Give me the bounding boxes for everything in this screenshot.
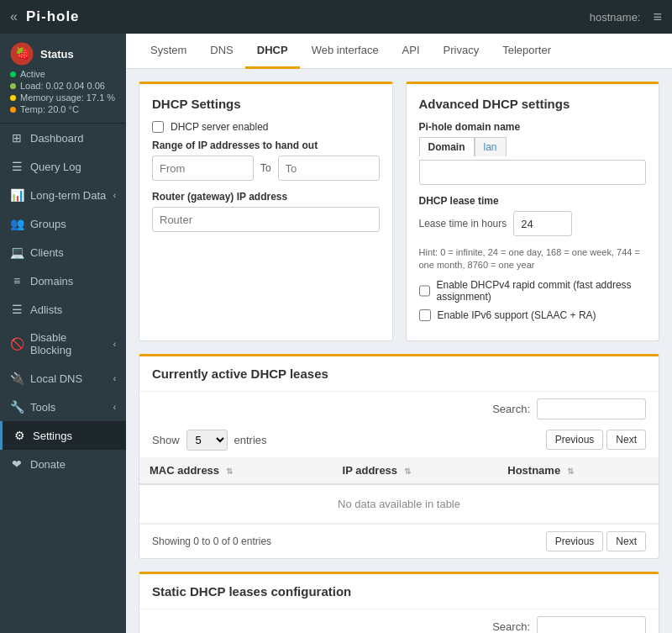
lease-time-input[interactable]: 24 [513,211,572,236]
router-label: Router (gateway) IP address [152,191,380,203]
active-leases-title: Currently active DHCP leases [139,356,659,392]
ipv6-support-row: Enable IPv6 support (SLAAC + RA) [419,309,647,321]
tab-privacy[interactable]: Privacy [432,34,491,69]
ipv6-support-checkbox[interactable] [419,309,431,321]
active-prev-button[interactable]: Previous [546,430,604,450]
ip-range-group: Range of IP addresses to hand out To [152,140,380,181]
ip-range-label: Range of IP addresses to hand out [152,140,380,151]
lease-time-label: DHCP lease time [419,195,647,207]
sidebar-item-dashboard[interactable]: ⊞ Dashboard [0,124,126,152]
active-next-button-2[interactable]: Next [606,531,646,551]
ipv6-support-label: Enable IPv6 support (SLAAC + RA) [438,309,596,321]
to-input[interactable] [278,156,380,181]
long-term-data-icon: 📊 [10,188,24,202]
local-dns-arrow: ‹ [113,374,116,383]
top-navbar: « Pi-hole hostname: ≡ [0,0,672,34]
raspberry-icon: 🍓 [10,42,34,66]
mac-sort-icon: ⇅ [226,467,233,476]
sidebar-item-query-log[interactable]: ☰ Query Log [0,152,126,181]
advanced-dhcp-box: Advanced DHCP settings Pi-hole domain na… [406,82,660,341]
donate-icon: ❤ [10,457,24,471]
static-leases-section: Static DHCP leases configuration Search:… [139,572,659,633]
hamburger-icon[interactable]: ≡ [653,8,662,26]
active-col-ip[interactable]: IP address ⇅ [333,457,498,484]
top-settings-row: DHCP Settings DHCP server enabled Range … [139,82,659,341]
active-next-button[interactable]: Next [606,430,646,450]
lease-time-sublabel: Lease time in hours [419,218,507,229]
page-content: DHCP Settings DHCP server enabled Range … [126,69,672,633]
hostname-sort-icon: ⇅ [567,467,574,476]
active-no-data-row: No data available in table [139,484,659,524]
sidebar-item-local-dns[interactable]: 🔌 Local DNS ‹ [0,364,126,393]
sidebar-nav: ⊞ Dashboard ☰ Query Log 📊 Long-term Data… [0,124,126,478]
ip-sort-icon: ⇅ [404,467,411,476]
status-active: Active [10,69,116,79]
sidebar-item-long-term-data[interactable]: 📊 Long-term Data ‹ [0,181,126,209]
router-input[interactable] [152,207,380,232]
active-leases-table: MAC address ⇅ IP address ⇅ Hostname ⇅ [139,457,659,524]
clients-icon: 💻 [10,245,24,259]
active-entries-label: entries [234,434,267,446]
sidebar: 🍓 Status Active Load: 0.02 0.04 0.06 Mem… [0,34,126,633]
status-temp: Temp: 20.0 °C [10,104,116,114]
sidebar-status: 🍓 Status Active Load: 0.02 0.04 0.06 Mem… [0,34,126,124]
active-leases-footer: Showing 0 to 0 of 0 entries Previous Nex… [139,524,659,558]
active-leases-search-label: Search: [492,403,530,415]
server-enabled-checkbox[interactable] [152,121,164,133]
collapse-icon[interactable]: « [10,9,18,24]
dhcpv4-rapid-commit-label: Enable DHCPv4 rapid commit (fast address… [437,279,647,303]
active-leases-search-input[interactable] [537,398,646,419]
tab-web-interface[interactable]: Web interface [300,34,391,69]
tools-arrow: ‹ [113,403,116,412]
status-title: Status [40,48,74,61]
ip-range-inputs: To [152,156,380,181]
dhcp-settings-box: DHCP Settings DHCP server enabled Range … [139,82,393,341]
sidebar-item-domains[interactable]: ≡ Domains [0,266,126,295]
dhcpv4-rapid-commit-row: Enable DHCPv4 rapid commit (fast address… [419,279,647,303]
router-group: Router (gateway) IP address [152,191,380,232]
domain-name-group: Pi-hole domain name Domain lan [419,121,647,185]
tab-system[interactable]: System [139,34,198,69]
settings-icon: ⚙ [13,429,26,442]
dhcpv4-rapid-commit-checkbox[interactable] [419,285,430,297]
sidebar-item-disable-blocking[interactable]: 🚫 Disable Blocking ‹ [0,324,126,364]
active-prev-button-2[interactable]: Previous [546,531,604,551]
disable-blocking-arrow: ‹ [113,340,116,349]
sidebar-item-clients[interactable]: 💻 Clients [0,238,126,266]
server-enabled-row: DHCP server enabled [152,121,380,133]
tab-dhcp[interactable]: DHCP [245,34,300,69]
active-show-label: Show [152,434,180,446]
from-input[interactable] [152,156,254,181]
local-dns-icon: 🔌 [10,372,24,385]
tab-api[interactable]: API [391,34,432,69]
sidebar-item-donate[interactable]: ❤ Donate [0,450,126,478]
sidebar-item-groups[interactable]: 👥 Groups [0,209,126,238]
dhcp-settings-title: DHCP Settings [152,97,380,111]
tools-icon: 🔧 [10,400,24,414]
disable-blocking-icon: 🚫 [10,337,24,351]
lease-time-hint: Hint: 0 = infinite, 24 = one day, 168 = … [419,246,647,272]
active-leases-section: Currently active DHCP leases Search: Sho… [139,354,659,559]
status-load: Load: 0.02 0.04 0.06 [10,81,116,91]
sidebar-item-adlists[interactable]: ☰ Adlists [0,295,126,324]
sidebar-item-settings[interactable]: ⚙ Settings [0,421,126,450]
active-show-select[interactable]: 5102550 [186,430,228,451]
lan-tab[interactable]: lan [475,137,507,156]
adlists-icon: ☰ [10,303,24,316]
active-col-mac[interactable]: MAC address ⇅ [139,457,333,484]
sidebar-item-tools[interactable]: 🔧 Tools ‹ [0,393,126,421]
static-leases-search-input[interactable] [537,616,646,633]
to-label: To [260,162,271,174]
groups-icon: 👥 [10,217,24,230]
content-area: System DNS DHCP Web interface API Privac… [126,34,672,633]
active-no-data: No data available in table [139,484,659,524]
lease-time-group: DHCP lease time Lease time in hours 24 [419,195,647,236]
domain-tab[interactable]: Domain [419,137,475,156]
tab-teleporter[interactable]: Teleporter [491,34,563,69]
dashboard-icon: ⊞ [10,131,24,145]
tab-dns[interactable]: DNS [198,34,244,69]
domain-input[interactable] [419,160,647,185]
active-col-hostname[interactable]: Hostname ⇅ [497,457,659,484]
static-leases-search-label: Search: [492,620,530,633]
status-memory: Memory usage: 17.1 % [10,92,116,103]
